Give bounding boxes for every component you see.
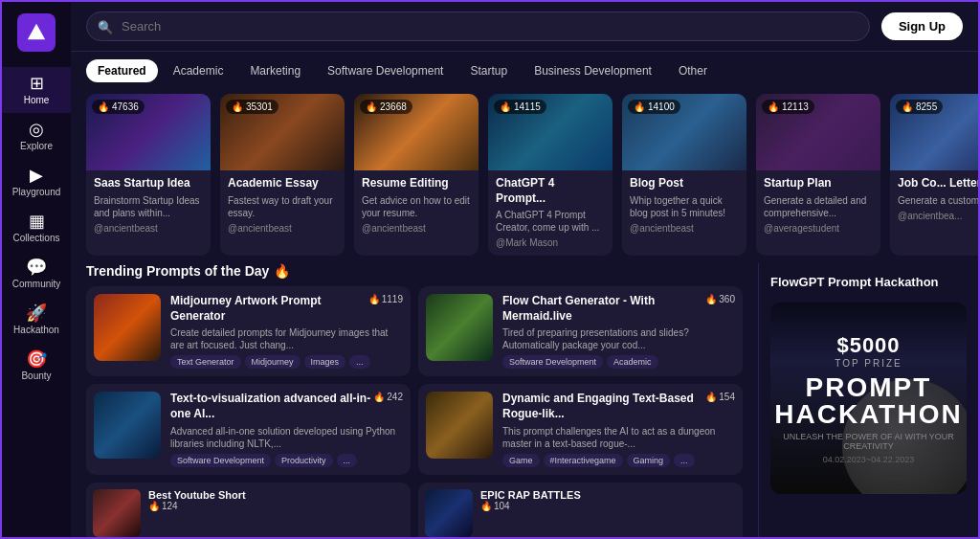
- trending-count-1: 🔥360: [705, 294, 735, 304]
- trending-info-3: Dynamic and Engaging Text-Based Rogue-li…: [502, 392, 735, 466]
- trending-tags-1: Software Development Academic: [502, 355, 735, 369]
- fire-icon: 🔥: [373, 392, 385, 402]
- prompt-card-4[interactable]: 🔥14100 Blog Post Whip together a quick b…: [622, 94, 746, 256]
- trending-card-1[interactable]: Flow Chart Generator - With Mermaid.live…: [418, 286, 743, 376]
- fire-icon: 🔥: [705, 392, 717, 402]
- trending-desc-3: This prompt challenges the AI to act as …: [502, 425, 735, 450]
- sign-up-button[interactable]: Sign Up: [881, 12, 963, 40]
- tab-marketing[interactable]: Marketing: [238, 59, 312, 82]
- card-desc-3: A ChatGPT 4 Prompt Creator, come up with…: [496, 209, 605, 234]
- trending-desc-2: Advanced all-in-one solution developed u…: [170, 425, 403, 450]
- sidebar-item-bounty[interactable]: 🎯 Bounty: [2, 343, 71, 389]
- sidebar-item-home[interactable]: ⊞ Home: [2, 67, 71, 113]
- app-logo[interactable]: [17, 13, 56, 52]
- bottom-thumb-1: [425, 489, 473, 537]
- hackathon-dates: 04.02.2023~04.22.2023: [823, 455, 914, 464]
- sidebar-item-hackathon[interactable]: 🚀 Hackathon: [2, 297, 71, 343]
- tab-startup[interactable]: Startup: [458, 59, 519, 82]
- collections-icon: ▦: [29, 213, 45, 230]
- hackathon-subtitle: UNLEASH THE POWER OF AI WITH YOUR CREATI…: [770, 432, 967, 451]
- trending-info-2: Text-to-visualization advanced all-in-on…: [170, 392, 403, 466]
- prompt-card-5[interactable]: 🔥12113 Startup Plan Generate a detailed …: [756, 94, 880, 256]
- card-body-5: Startup Plan Generate a detailed and com…: [756, 170, 880, 241]
- prompt-card-6[interactable]: 🔥8255 Job Co... Letter Generate a custom…: [890, 94, 978, 256]
- explore-icon: ◎: [29, 121, 44, 138]
- sidebar-item-explore[interactable]: ◎ Explore: [2, 113, 71, 159]
- tag: ...: [349, 355, 370, 369]
- tag: Text Generator: [170, 355, 241, 369]
- card-desc-0: Brainstorm Startup Ideas and plans withi…: [94, 194, 203, 219]
- trending-card-0[interactable]: Midjourney Artwork Prompt Generator 🔥111…: [86, 286, 411, 376]
- bottom-card-1[interactable]: EPIC RAP BATTLES 🔥104: [418, 483, 743, 537]
- card-title-1: Academic Essay: [228, 176, 337, 191]
- card-desc-1: Fastest way to draft your essay.: [228, 194, 337, 219]
- right-panel: FlowGPT Prompt Hackathon $5000 TOP PRIZE…: [758, 263, 978, 537]
- sidebar-label-collections: Collections: [13, 233, 60, 243]
- card-count-4: 🔥14100: [628, 100, 680, 114]
- prompt-card-1[interactable]: 🔥35301 Academic Essay Fastest way to dra…: [220, 94, 345, 256]
- card-count-1: 🔥35301: [226, 100, 278, 114]
- card-desc-6: Generate a customized...: [898, 194, 978, 207]
- trending-tags-2: Software Development Productivity ...: [170, 454, 403, 467]
- sidebar-item-collections[interactable]: ▦ Collections: [2, 205, 71, 251]
- card-author-5: @averagestudent: [764, 223, 873, 234]
- tab-featured[interactable]: Featured: [86, 59, 158, 82]
- prompt-card-3[interactable]: 🔥14115 ChatGPT 4 Prompt... A ChatGPT 4 P…: [488, 94, 612, 256]
- trending-card-2[interactable]: Text-to-visualization advanced all-in-on…: [86, 384, 411, 474]
- card-title-0: Saas Startup Idea: [94, 176, 203, 191]
- fire-icon: 🔥: [366, 101, 377, 112]
- card-desc-2: Get advice on how to edit your resume.: [362, 194, 471, 219]
- sidebar-item-playground[interactable]: ▶ Playground: [2, 159, 71, 205]
- sidebar-label-community: Community: [12, 279, 61, 289]
- tag: Software Development: [170, 454, 271, 467]
- fire-icon: 🔥: [768, 101, 779, 112]
- bottom-card-0[interactable]: Best Youtube Short 🔥124: [86, 483, 411, 537]
- trending-name-1: Flow Chart Generator - With Mermaid.live: [502, 294, 705, 324]
- tab-software-development[interactable]: Software Development: [316, 59, 455, 82]
- trending-name-3: Dynamic and Engaging Text-Based Rogue-li…: [502, 392, 705, 421]
- home-icon: ⊞: [30, 75, 44, 92]
- trending-thumb-0: [94, 294, 161, 361]
- card-body-6: Job Co... Letter Generate a customized..…: [890, 170, 978, 229]
- card-title-5: Startup Plan: [764, 176, 873, 191]
- tab-academic[interactable]: Academic: [162, 59, 235, 82]
- trending-name-0: Midjourney Artwork Prompt Generator: [170, 294, 368, 324]
- bounty-icon: 🎯: [26, 350, 47, 368]
- card-body-3: ChatGPT 4 Prompt... A ChatGPT 4 Prompt C…: [488, 170, 612, 256]
- card-author-1: @ancientbeast: [228, 223, 337, 234]
- sidebar-label-bounty: Bounty: [21, 371, 51, 381]
- fire-icon: 🔥: [500, 101, 511, 112]
- sidebar-label-explore: Explore: [20, 141, 53, 151]
- hackathon-main-title: PROMPT HACKATHON: [774, 374, 962, 428]
- prompt-card-2[interactable]: 🔥23668 Resume Editing Get advice on how …: [354, 94, 479, 256]
- hackathon-banner[interactable]: $5000 TOP PRIZE PROMPT HACKATHON UNLEASH…: [770, 303, 967, 494]
- hackathon-icon: 🚀: [26, 304, 47, 322]
- tag: #Interactivegame: [544, 454, 623, 467]
- trending-card-3[interactable]: Dynamic and Engaging Text-Based Rogue-li…: [418, 384, 743, 474]
- tab-business-development[interactable]: Business Development: [523, 59, 663, 82]
- sidebar: ⊞ Home ◎ Explore ▶ Playground ▦ Collecti…: [2, 2, 71, 537]
- tab-other[interactable]: Other: [667, 59, 719, 82]
- search-input[interactable]: [86, 11, 870, 41]
- tag: ...: [674, 454, 695, 467]
- trending-header-2: Text-to-visualization advanced all-in-on…: [170, 392, 403, 421]
- trending-desc-1: Tired of preparing presentations and sli…: [502, 326, 735, 351]
- search-icon: 🔍: [98, 19, 113, 34]
- tag: Productivity: [275, 454, 333, 467]
- sidebar-label-hackathon: Hackathon: [13, 325, 59, 335]
- prompt-card-0[interactable]: 🔥47636 Saas Startup Idea Brainstorm Star…: [86, 94, 211, 256]
- fire-icon: 🔥: [480, 501, 492, 511]
- bottom-name-0: Best Youtube Short: [148, 489, 246, 501]
- card-title-6: Job Co... Letter: [898, 176, 978, 191]
- card-body-0: Saas Startup Idea Brainstorm Startup Ide…: [86, 170, 211, 241]
- trending-thumb-1: [426, 294, 493, 361]
- trending-header-0: Midjourney Artwork Prompt Generator 🔥111…: [170, 294, 403, 324]
- sidebar-label-playground: Playground: [12, 187, 61, 197]
- fire-icon: 🔥: [902, 101, 913, 112]
- trending-thumb-2: [94, 392, 161, 459]
- community-icon: 💬: [26, 258, 47, 276]
- tag: Game: [502, 454, 540, 467]
- trending-grid: Midjourney Artwork Prompt Generator 🔥111…: [86, 286, 743, 474]
- sidebar-item-community[interactable]: 💬 Community: [2, 251, 71, 297]
- fire-icon: 🔥: [148, 501, 160, 511]
